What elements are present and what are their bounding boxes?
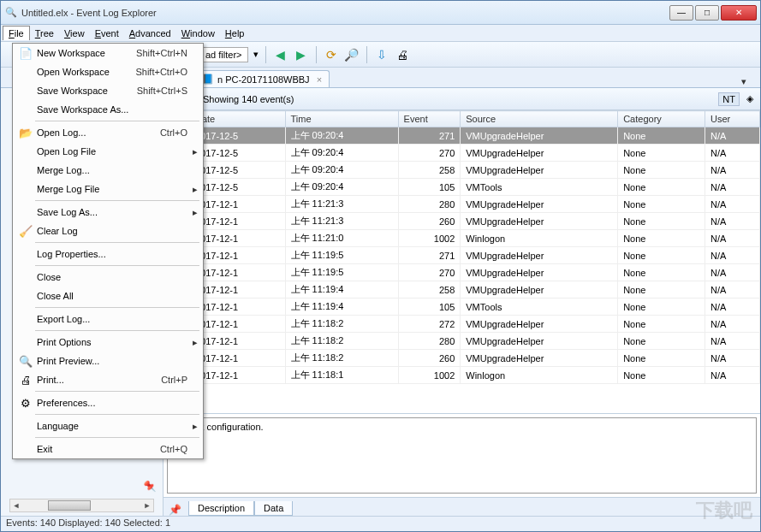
menu-item-label: Save Log As... (35, 207, 187, 217)
menu-item-print[interactable]: 🖨Print...Ctrl+P (13, 370, 203, 389)
table-row[interactable]: n2017-12-1上午 11:21:01002WinlogonNoneN/A (164, 230, 760, 247)
description-box: network configuration. (167, 417, 757, 494)
export-icon[interactable]: ⇩ (374, 47, 389, 62)
menu-item-print-preview[interactable]: 🔍Print Preview... (13, 352, 203, 370)
menu-item-open-log-file[interactable]: Open Log File▸ (13, 142, 203, 161)
cell-date: 2017-12-1 (190, 316, 286, 333)
tab-eventlog[interactable]: 📘 n PC-20171108WBBJ × (194, 70, 330, 87)
table-row[interactable]: n2017-12-1上午 11:19:4258VMUpgradeHelperNo… (164, 281, 760, 299)
tab-data[interactable]: Data (254, 501, 293, 516)
menu-help[interactable]: Help (220, 27, 250, 40)
refresh-icon[interactable]: ⟳ (324, 47, 339, 62)
col-header-category[interactable]: Category (618, 111, 705, 127)
col-header-source[interactable]: Source (461, 111, 618, 127)
table-row[interactable]: n2017-12-1上午 11:19:5271VMUpgradeHelperNo… (164, 247, 760, 264)
table-row[interactable]: n2017-12-1上午 11:21:3260VMUpgradeHelperNo… (164, 213, 760, 230)
menu-item-shortcut: Shift+Ctrl+S (137, 86, 191, 96)
cell-category: None (618, 264, 705, 281)
col-header-user[interactable]: User (705, 111, 759, 127)
tab-label: n PC-20171108WBBJ (217, 74, 310, 85)
col-header-event[interactable]: Event (398, 111, 461, 127)
menu-item-label: Print Options (35, 337, 187, 347)
cell-source: VMUpgradeHelper (461, 316, 618, 333)
menu-item-save-log-as[interactable]: Save Log As...▸ (13, 203, 203, 222)
menu-item-export-log[interactable]: Export Log... (13, 310, 203, 328)
close-button[interactable]: ✕ (721, 5, 757, 21)
submenu-arrow-icon: ▸ (191, 207, 199, 218)
app-icon: 🔍 (4, 6, 18, 20)
menu-view[interactable]: View (59, 27, 90, 40)
filter-dropdown[interactable]: ad filter> (199, 47, 248, 62)
cell-date: 2017-12-5 (190, 145, 286, 162)
menu-item-merge-log[interactable]: Merge Log... (13, 161, 203, 180)
menu-item-log-properties[interactable]: Log Properties... (13, 245, 203, 263)
table-row[interactable]: n2017-12-1上午 11:18:2260VMUpgradeHelperNo… (164, 350, 760, 367)
cell-event: 260 (398, 350, 461, 367)
menu-separator (35, 437, 199, 438)
menu-item-save-workspace[interactable]: Save WorkspaceShift+Ctrl+S (13, 81, 203, 100)
cell-category: None (618, 367, 705, 384)
table-row[interactable]: n2017-12-1上午 11:19:5270VMUpgradeHelperNo… (164, 264, 760, 281)
scroll-right-icon[interactable]: ► (141, 501, 153, 510)
menu-item-new-workspace[interactable]: 📄New WorkspaceShift+Ctrl+N (13, 44, 203, 62)
print-icon[interactable]: 🖨 (395, 47, 410, 62)
table-row[interactable]: n2017-12-5上午 09:20:4271VMUpgradeHelperNo… (164, 127, 760, 145)
event-grid[interactable]: DateTimeEventSourceCategoryUser n2017-12… (163, 110, 760, 413)
menu-tree[interactable]: Tree (30, 27, 59, 40)
cell-category: None (618, 213, 705, 230)
nav-back-icon[interactable]: ◀ (273, 47, 288, 62)
nav-fwd-icon[interactable]: ▶ (294, 47, 309, 62)
table-row[interactable]: n2017-12-5上午 09:20:4105VMToolsNoneN/A (164, 179, 760, 196)
menu-item-icon: 🖨 (16, 374, 35, 387)
menu-advanced[interactable]: Advanced (124, 27, 176, 40)
table-row[interactable]: n2017-12-1上午 11:18:2280VMUpgradeHelperNo… (164, 333, 760, 350)
tab-description[interactable]: Description (188, 501, 254, 516)
menu-file[interactable]: File (3, 26, 30, 40)
menu-item-open-log[interactable]: 📂Open Log...Ctrl+O (13, 123, 203, 142)
menu-item-label: Merge Log File (35, 184, 187, 194)
menu-item-exit[interactable]: ExitCtrl+Q (13, 440, 203, 458)
menu-item-clear-log[interactable]: 🧹Clear Log (13, 222, 203, 240)
minimize-button[interactable]: — (669, 5, 693, 21)
cell-event: 271 (398, 127, 461, 145)
menu-item-print-options[interactable]: Print Options▸ (13, 333, 203, 352)
dropdown-icon[interactable]: ▾ (253, 49, 259, 60)
tab-close-icon[interactable]: × (317, 74, 322, 85)
menu-item-preferences[interactable]: ⚙Preferences... (13, 393, 203, 412)
maximize-button[interactable]: □ (695, 5, 719, 21)
pin-icon[interactable]: 📌 (169, 504, 181, 516)
table-row[interactable]: n2017-12-5上午 09:20:4258VMUpgradeHelperNo… (164, 162, 760, 179)
table-row[interactable]: n2017-12-1上午 11:18:2272VMUpgradeHelperNo… (164, 316, 760, 333)
cell-user: N/A (705, 247, 759, 264)
cell-category: None (618, 350, 705, 367)
menu-item-open-workspace[interactable]: Open WorkspaceShift+Ctrl+O (13, 62, 203, 81)
tab-list-dropdown[interactable]: ▾ (741, 76, 755, 87)
menu-item-language[interactable]: Language▸ (13, 417, 203, 435)
sidebar-scrollbar[interactable]: ◄ ► (9, 499, 154, 512)
menu-window[interactable]: Window (176, 27, 220, 40)
find-icon[interactable]: 🔎 (344, 47, 360, 62)
cell-event: 1002 (398, 367, 461, 384)
pin-icon[interactable]: 📌 (144, 480, 156, 493)
menu-event[interactable]: Event (90, 27, 124, 40)
cell-event: 1002 (398, 230, 461, 247)
table-row[interactable]: n2017-12-1上午 11:21:3280VMUpgradeHelperNo… (164, 196, 760, 213)
scroll-left-icon[interactable]: ◄ (10, 501, 22, 510)
cell-event: 105 (398, 179, 461, 196)
table-row[interactable]: n2017-12-5上午 09:20:4270VMUpgradeHelperNo… (164, 145, 760, 162)
menu-item-close[interactable]: Close (13, 268, 203, 287)
statusbar: Events: 140 Displayed: 140 Selected: 1 (1, 516, 760, 531)
menu-item-merge-log-file[interactable]: Merge Log File▸ (13, 180, 203, 198)
scroll-thumb[interactable] (48, 500, 91, 511)
cell-time: 上午 11:19:4 (285, 299, 398, 316)
menu-item-label: Open Workspace (35, 67, 135, 77)
menu-item-save-workspace-as[interactable]: Save Workspace As... (13, 100, 203, 119)
menu-item-label: Language (35, 421, 187, 431)
cell-user: N/A (705, 316, 759, 333)
col-header-date[interactable]: Date (190, 111, 286, 127)
cell-user: N/A (705, 196, 759, 213)
table-row[interactable]: n2017-12-1上午 11:18:11002WinlogonNoneN/A (164, 367, 760, 384)
table-row[interactable]: n2017-12-1上午 11:19:4105VMToolsNoneN/A (164, 299, 760, 316)
menu-item-close-all[interactable]: Close All (13, 287, 203, 305)
col-header-time[interactable]: Time (285, 111, 398, 127)
